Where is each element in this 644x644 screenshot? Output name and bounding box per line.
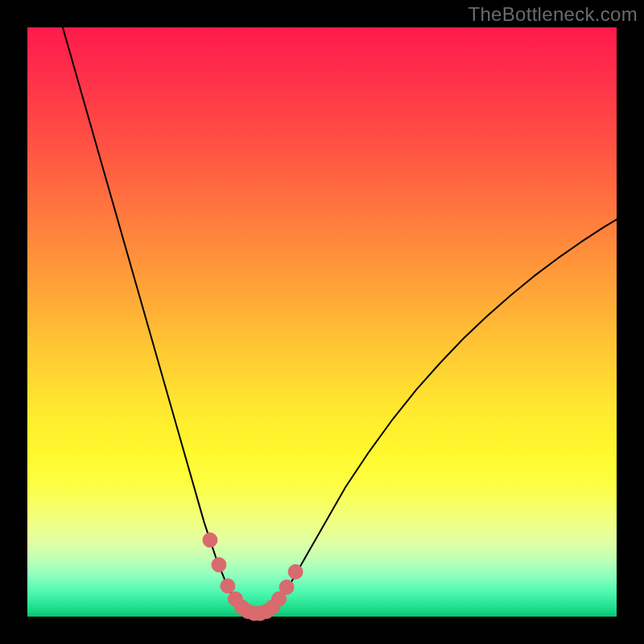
- highlight-markers: [203, 533, 303, 621]
- highlight-marker: [288, 564, 303, 579]
- chart-frame: TheBottleneck.com: [0, 0, 644, 644]
- plot-area: [27, 27, 617, 617]
- bottleneck-curve: [63, 27, 617, 613]
- highlight-marker: [221, 579, 235, 593]
- highlight-marker: [212, 558, 226, 572]
- watermark-text: TheBottleneck.com: [468, 3, 638, 26]
- curve-svg: [27, 27, 617, 617]
- highlight-marker: [279, 580, 294, 594]
- highlight-marker: [203, 533, 217, 547]
